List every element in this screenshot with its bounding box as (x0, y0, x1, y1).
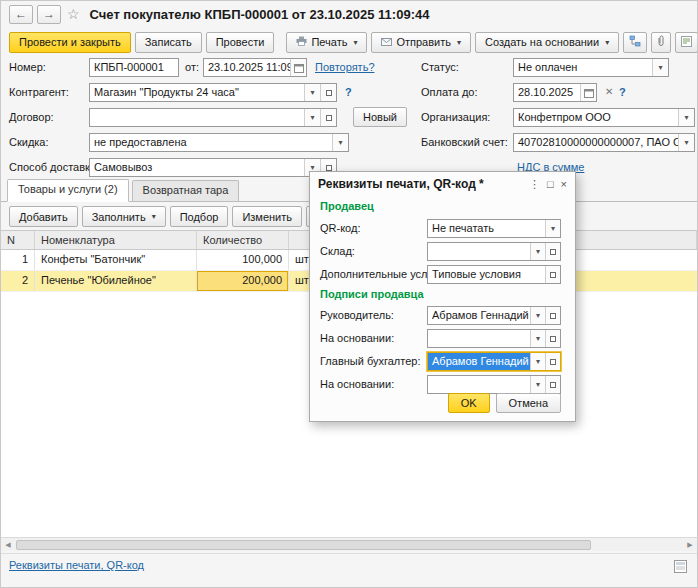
basis1-field[interactable]: ▾ (427, 329, 561, 348)
dropdown-icon[interactable]: ▾ (530, 330, 545, 347)
structure-report-button[interactable] (623, 32, 647, 53)
counterparty-field[interactable]: Магазин "Продукты 24 часа" ▾ (89, 83, 337, 102)
bank-account-field[interactable]: 40702810000000000007, ПАО СБЕРБАНК ▾ (513, 133, 695, 152)
printer-icon (296, 36, 307, 48)
create-based-on-button[interactable]: Создать на основании▾ (475, 32, 619, 53)
col-header-nomenclature[interactable]: Номенклатура (35, 231, 197, 249)
warehouse-field[interactable]: ▾ (427, 242, 561, 261)
footer-separator (1, 553, 697, 554)
dropdown-icon[interactable]: ▾ (304, 109, 320, 126)
open-icon[interactable] (545, 330, 560, 347)
command-toolbar: Провести и закрыть Записать Провести Печ… (1, 27, 697, 57)
dialog-close-icon[interactable]: × (561, 178, 567, 190)
delivery-select[interactable]: Самовывоз ▾ (89, 158, 337, 177)
open-icon[interactable] (545, 266, 560, 283)
dropdown-icon[interactable]: ▾ (678, 109, 694, 126)
basis2-label: На основании: (320, 378, 394, 390)
dropdown-icon[interactable]: ▾ (530, 353, 545, 370)
open-icon[interactable] (320, 109, 336, 126)
save-button[interactable]: Записать (135, 32, 202, 53)
seller-section-header: Продавец (320, 200, 374, 212)
date-field[interactable]: 23.10.2025 11:09:44 (203, 58, 307, 77)
tab-goods-services[interactable]: Товары и услуги (2) (7, 179, 129, 202)
number-label: Номер: (9, 61, 46, 73)
status-select[interactable]: Не оплачен ▾ (513, 58, 669, 77)
scrollbar-thumb[interactable] (16, 540, 591, 550)
attachments-button[interactable] (651, 32, 671, 53)
open-icon[interactable] (545, 243, 560, 260)
dropdown-icon[interactable]: ▾ (304, 84, 320, 101)
reports-button[interactable] (675, 32, 698, 53)
add-row-button[interactable]: Добавить (9, 206, 78, 227)
open-icon[interactable] (545, 376, 560, 393)
report-icon (681, 36, 692, 49)
dialog-title: Реквизиты печати, QR-код * (318, 177, 522, 191)
post-and-close-button[interactable]: Провести и закрыть (9, 32, 131, 53)
current-cell[interactable]: 200,000 (197, 271, 289, 291)
organization-field[interactable]: Конфетпром ООО ▾ (513, 108, 695, 127)
document-title: Счет покупателю КПБП-000001 от 23.10.202… (90, 7, 430, 22)
dropdown-icon[interactable]: ▾ (652, 59, 668, 76)
counterparty-label: Контрагент: (9, 86, 69, 98)
organization-label: Организация: (421, 111, 490, 123)
dropdown-icon[interactable]: ▾ (678, 134, 694, 151)
repeat-link[interactable]: Повторять? (315, 61, 375, 73)
counterparty-help-icon[interactable]: ? (345, 86, 352, 98)
back-button[interactable]: ← (9, 5, 33, 24)
basis2-field[interactable]: ▾ (427, 375, 561, 394)
forward-button[interactable]: → (37, 5, 61, 24)
pick-button[interactable]: Подбор (170, 206, 229, 227)
envelope-icon (381, 36, 392, 48)
dropdown-icon[interactable]: ▾ (332, 134, 348, 151)
col-header-n[interactable]: N (1, 231, 35, 249)
number-field[interactable]: КПБП-000001 (89, 58, 179, 77)
dropdown-icon[interactable]: ▾ (530, 307, 545, 324)
cancel-button[interactable]: Отмена (496, 393, 561, 413)
ok-button[interactable]: OK (448, 393, 490, 413)
pay-until-help-icon[interactable]: ? (619, 86, 626, 98)
open-icon[interactable] (545, 353, 560, 370)
edit-button[interactable]: Изменить (232, 206, 302, 227)
dialog-maximize-icon[interactable]: □ (547, 178, 554, 190)
open-icon[interactable] (320, 84, 336, 101)
manager-field[interactable]: Абрамов Геннадий Серге ▾ (427, 306, 561, 325)
clear-icon[interactable]: ✕ (605, 86, 613, 97)
conditions-field[interactable]: Типовые условия (427, 265, 561, 284)
discount-select[interactable]: не предоставлена ▾ (89, 133, 349, 152)
post-button[interactable]: Провести (206, 32, 275, 53)
print-settings-footer-link[interactable]: Реквизиты печати, QR-код (9, 559, 144, 571)
dialog-titlebar: Реквизиты печати, QR-код * ⋮ □ × (310, 172, 575, 196)
scroll-left-icon[interactable]: ◀ (1, 538, 15, 551)
warehouse-label: Склад: (320, 245, 355, 257)
discount-label: Скидка: (9, 136, 49, 148)
send-button[interactable]: Отправить▾ (371, 32, 471, 53)
contract-field[interactable]: ▾ (89, 108, 337, 127)
print-button[interactable]: Печать▾ (286, 32, 367, 53)
tab-returnable-packaging[interactable]: Возвратная тара (132, 180, 240, 201)
favorite-star-icon[interactable]: ☆ (67, 6, 80, 22)
pay-until-label: Оплата до: (421, 86, 478, 98)
accountant-label: Главный бухгалтер: (320, 355, 420, 367)
horizontal-scrollbar[interactable]: ◀ ▶ (1, 537, 697, 551)
qr-select[interactable]: Не печатать ▾ (427, 219, 561, 238)
fill-button[interactable]: Заполнить▾ (82, 206, 166, 227)
dropdown-icon[interactable]: ▾ (530, 376, 545, 393)
calendar-icon[interactable] (580, 84, 596, 101)
accountant-field[interactable]: Абрамов Геннадий Серге ▾ (427, 352, 561, 371)
manager-label: Руководитель: (320, 309, 394, 321)
from-label: от: (185, 61, 199, 73)
print-requisites-dialog: Реквизиты печати, QR-код * ⋮ □ × Продаве… (309, 171, 576, 422)
calendar-icon[interactable] (290, 59, 306, 76)
dropdown-icon[interactable]: ▾ (545, 220, 560, 237)
dialog-more-icon[interactable]: ⋮ (529, 178, 540, 191)
scroll-right-icon[interactable]: ▶ (683, 538, 697, 551)
col-header-quantity[interactable]: Количество (197, 231, 289, 249)
open-icon[interactable] (545, 307, 560, 324)
new-contract-button[interactable]: Новый (353, 107, 407, 127)
pay-until-field[interactable]: 28.10.2025 (513, 83, 597, 102)
dialog-buttons: OK Отмена (448, 393, 561, 413)
basis1-label: На основании: (320, 332, 394, 344)
service-window-icon[interactable] (674, 560, 687, 575)
dropdown-icon[interactable]: ▾ (530, 243, 545, 260)
window-titlebar: ← → ☆ Счет покупателю КПБП-000001 от 23.… (1, 1, 697, 27)
